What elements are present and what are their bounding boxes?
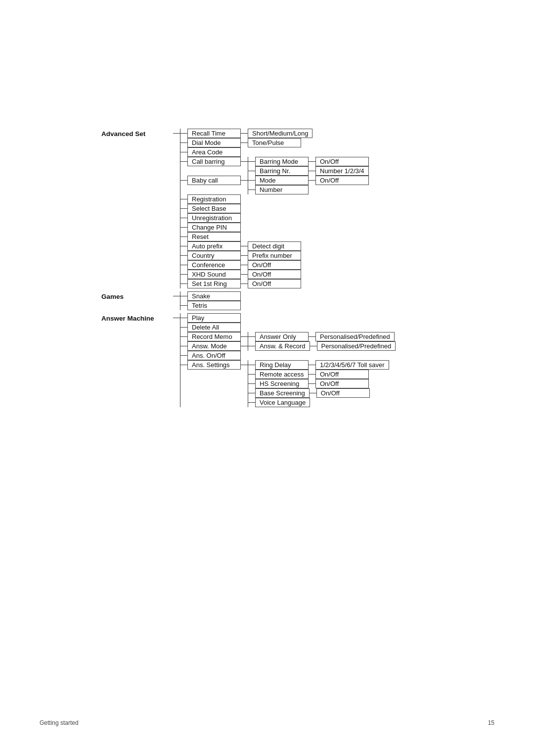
record-memo-vbar: Answer Only Personalised/Predefined <box>248 332 395 341</box>
toll-saver-box: 1/2/3/4/5/6/7 Toll saver <box>315 360 389 370</box>
auto-prefix-box: Auto prefix <box>187 241 241 251</box>
row-xhd-sound: XHD Sound On/Off <box>180 270 369 279</box>
page-container: Advanced Set Recall Time Short/Medium/Lo… <box>0 0 534 756</box>
row-ans-settings: Ans. Settings Ring Delay 1/2/3/4/5/6/7 T… <box>180 360 396 407</box>
barring-mode-box: Barring Mode <box>255 157 309 166</box>
prefix-number-box: Prefix number <box>248 251 301 260</box>
games-vbar: Snake Tetris <box>180 291 241 310</box>
area-code-box: Area Code <box>187 147 241 157</box>
footer-right-text: 15 <box>488 719 494 726</box>
on-off-base-box: On/Off <box>316 388 370 398</box>
on-off-remote-box: On/Off <box>315 370 369 379</box>
call-barring-vbar: Barring Mode On/Off Barring Nr. Number 1… <box>248 157 369 176</box>
row-snake: Snake <box>180 291 241 301</box>
conference-box: Conference <box>187 260 241 270</box>
select-base-box: Select Base <box>187 204 241 213</box>
row-conference: Conference On/Off <box>180 260 369 270</box>
on-off-ring-box: On/Off <box>248 279 301 288</box>
ring-delay-box: Ring Delay <box>255 360 309 370</box>
remote-access-box: Remote access <box>255 370 309 379</box>
row-voice-language: Voice Language <box>248 398 389 407</box>
answ-record-box: Answ. & Record <box>255 341 310 351</box>
row-number: Number <box>248 185 369 194</box>
am-vbar: Play Delete All Record Memo Answer Onl <box>180 313 396 407</box>
row-recall-time: Recall Time Short/Medium/Long <box>180 129 369 138</box>
xhd-sound-box: XHD Sound <box>187 270 241 279</box>
row-record-memo: Record Memo Answer Only Personalised/Pre… <box>180 332 396 341</box>
on-off-conference-box: On/Off <box>248 260 301 270</box>
voice-language-box: Voice Language <box>255 398 310 407</box>
snake-box: Snake <box>187 291 241 301</box>
row-answer-only: Answer Only Personalised/Predefined <box>248 332 395 341</box>
answer-machine-label: Answer Machine <box>101 313 173 322</box>
delete-all-box: Delete All <box>187 323 241 332</box>
row-area-code: Area Code <box>180 147 369 157</box>
footer-left-text: Getting started <box>40 719 79 726</box>
personalised-predefined-2-box: Personalised/Predefined <box>317 341 396 351</box>
play-box: Play <box>187 313 241 323</box>
answ-mode-vbar: Answ. & Record Personalised/Predefined <box>248 341 396 351</box>
answ-mode-box: Answ. Mode <box>187 341 241 351</box>
row-auto-prefix: Auto prefix Detect digit <box>180 241 369 251</box>
baby-call-box: Baby call <box>187 176 241 185</box>
section-advanced-set: Advanced Set Recall Time Short/Medium/Lo… <box>101 129 494 288</box>
advanced-set-label: Advanced Set <box>101 129 173 138</box>
row-set-1st-ring: Set 1st Ring On/Off <box>180 279 369 288</box>
row-base-screening: Base Screening On/Off <box>248 388 389 398</box>
tone-pulse-box: Tone/Pulse <box>248 138 301 147</box>
short-medium-long-box: Short/Medium/Long <box>248 129 312 138</box>
record-memo-box: Record Memo <box>187 332 241 341</box>
row-answ-mode: Answ. Mode Answ. & Record Personalised/P… <box>180 341 396 351</box>
row-delete-all: Delete All <box>180 323 396 332</box>
baby-call-vbar: Mode On/Off Number <box>248 176 369 194</box>
hs-screening-box: HS Screening <box>255 379 309 388</box>
games-label: Games <box>101 291 173 300</box>
row-unregistration: Unregistration <box>180 213 369 223</box>
row-select-base: Select Base <box>180 204 369 213</box>
section-games: Games Snake Tetris <box>101 291 494 310</box>
row-play: Play <box>180 313 396 323</box>
row-reset: Reset <box>180 232 369 241</box>
on-off-hs-box: On/Off <box>315 379 369 388</box>
reset-box: Reset <box>187 232 241 241</box>
on-off-mode-box: On/Off <box>315 176 369 185</box>
adv-vbar: Recall Time Short/Medium/Long Dial Mode … <box>180 129 369 288</box>
row-remote-access: Remote access On/Off <box>248 370 389 379</box>
number-1234-box: Number 1/2/3/4 <box>315 166 369 176</box>
call-barring-box: Call barring <box>187 157 241 166</box>
tetris-box: Tetris <box>187 301 241 310</box>
set-1st-ring-box: Set 1st Ring <box>187 279 241 288</box>
change-pin-box: Change PIN <box>187 223 241 232</box>
registration-box: Registration <box>187 194 241 204</box>
mode-box: Mode <box>255 176 309 185</box>
ans-settings-vbar: Ring Delay 1/2/3/4/5/6/7 Toll saver Remo… <box>248 360 389 407</box>
adv-h-connector <box>173 133 180 134</box>
row-ans-onoff: Ans. On/Off <box>180 351 396 360</box>
row-barring-nr: Barring Nr. Number 1/2/3/4 <box>248 166 369 176</box>
number-box: Number <box>255 185 309 194</box>
footer: Getting started 15 <box>40 719 494 726</box>
country-box: Country <box>187 251 241 260</box>
row-ring-delay: Ring Delay 1/2/3/4/5/6/7 Toll saver <box>248 360 389 370</box>
ans-onoff-box: Ans. On/Off <box>187 351 241 360</box>
row-mode: Mode On/Off <box>248 176 369 185</box>
base-screening-box: Base Screening <box>255 388 310 398</box>
personalised-predefined-1-box: Personalised/Predefined <box>315 332 395 341</box>
row-country: Country Prefix number <box>180 251 369 260</box>
row-registration: Registration <box>180 194 369 204</box>
row-answ-record: Answ. & Record Personalised/Predefined <box>248 341 396 351</box>
section-answer-machine: Answer Machine Play Delete All Record Me… <box>101 313 494 407</box>
unregistration-box: Unregistration <box>187 213 241 223</box>
row-barring-mode: Barring Mode On/Off <box>248 157 369 166</box>
row-tetris: Tetris <box>180 301 241 310</box>
on-off-barring-box: On/Off <box>315 157 369 166</box>
row-call-barring: Call barring Barring Mode On/Off <box>180 157 369 176</box>
ans-settings-box: Ans. Settings <box>187 360 241 370</box>
dial-mode-box: Dial Mode <box>187 138 241 147</box>
answer-only-box: Answer Only <box>255 332 309 341</box>
recall-time-box: Recall Time <box>187 129 241 138</box>
row-dial-mode: Dial Mode Tone/Pulse <box>180 138 369 147</box>
row-hs-screening: HS Screening On/Off <box>248 379 389 388</box>
on-off-xhd-box: On/Off <box>248 270 301 279</box>
barring-nr-box: Barring Nr. <box>255 166 309 176</box>
